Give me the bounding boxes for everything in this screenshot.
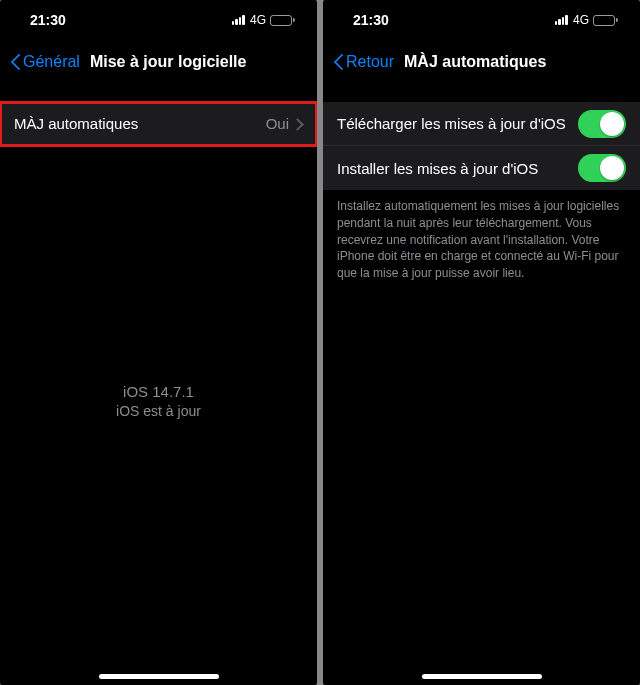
row-install-updates[interactable]: Installer les mises à jour d'iOS <box>323 146 640 190</box>
back-label: Retour <box>346 53 394 71</box>
row-label: Télécharger les mises à jour d'iOS <box>337 115 566 132</box>
status-right: 4G <box>232 13 295 27</box>
ios-status: iOS est à jour <box>0 402 317 422</box>
back-button[interactable]: Général <box>10 53 80 71</box>
settings-group: Télécharger les mises à jour d'iOS Insta… <box>323 102 640 190</box>
page-title: Mise à jour logicielle <box>90 53 247 71</box>
home-indicator[interactable] <box>422 674 542 679</box>
status-time: 21:30 <box>353 12 389 28</box>
chevron-left-icon <box>333 53 344 71</box>
chevron-right-icon <box>295 118 303 130</box>
nav-bar: Retour MÀJ automatiques <box>323 40 640 84</box>
status-bar: 21:30 4G <box>323 0 640 40</box>
nav-bar: Général Mise à jour logicielle <box>0 40 317 84</box>
back-button[interactable]: Retour <box>333 53 394 71</box>
back-label: Général <box>23 53 80 71</box>
row-auto-updates[interactable]: MÀJ automatiques Oui <box>0 102 317 146</box>
signal-icon <box>555 15 568 25</box>
toggle-download[interactable] <box>578 110 626 138</box>
status-time: 21:30 <box>30 12 66 28</box>
footer-description: Installez automatiquement les mises à jo… <box>323 190 640 282</box>
row-value: Oui <box>266 115 289 132</box>
signal-icon <box>232 15 245 25</box>
row-download-updates[interactable]: Télécharger les mises à jour d'iOS <box>323 102 640 146</box>
network-label: 4G <box>250 13 266 27</box>
page-title: MÀJ automatiques <box>404 53 546 71</box>
row-label: MÀJ automatiques <box>14 115 138 132</box>
status-bar: 21:30 4G <box>0 0 317 40</box>
network-label: 4G <box>573 13 589 27</box>
toggle-install[interactable] <box>578 154 626 182</box>
battery-icon <box>270 15 295 26</box>
row-label: Installer les mises à jour d'iOS <box>337 160 538 177</box>
battery-icon <box>593 15 618 26</box>
status-right: 4G <box>555 13 618 27</box>
chevron-left-icon <box>10 53 21 71</box>
update-status: iOS 14.7.1 iOS est à jour <box>0 381 317 422</box>
screen-auto-updates: 21:30 4G Retour MÀJ automatiques Télécha… <box>323 0 640 685</box>
screen-software-update: 21:30 4G Général Mise à jour logicielle … <box>0 0 317 685</box>
home-indicator[interactable] <box>99 674 219 679</box>
ios-version: iOS 14.7.1 <box>0 381 317 402</box>
